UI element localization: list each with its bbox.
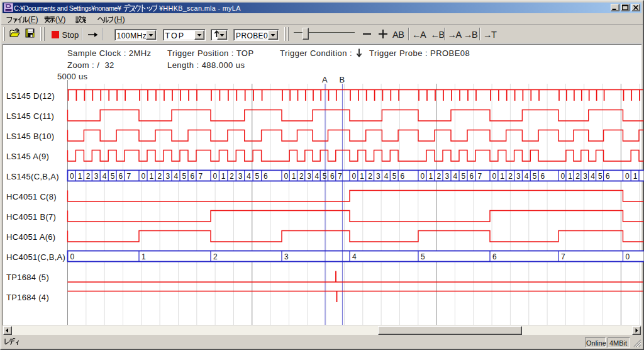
svg-text:2: 2 — [368, 172, 372, 181]
svg-text:HC4051 C(8): HC4051 C(8) — [6, 192, 57, 201]
svg-text:LS145(C,B,A): LS145(C,B,A) — [6, 172, 59, 181]
svg-text:0: 0 — [626, 252, 630, 261]
svg-text:2: 2 — [230, 172, 234, 181]
svg-text:4: 4 — [314, 172, 319, 181]
svg-text:4: 4 — [103, 172, 107, 181]
svg-text:3: 3 — [307, 172, 311, 181]
svg-text:6: 6 — [541, 172, 545, 181]
svg-text:0: 0 — [213, 172, 217, 181]
svg-text:0: 0 — [141, 172, 145, 181]
svg-text:5: 5 — [255, 172, 260, 181]
svg-text:0: 0 — [352, 172, 356, 181]
svg-text:6: 6 — [119, 172, 123, 181]
svg-text:5: 5 — [182, 172, 186, 181]
svg-text:3: 3 — [284, 252, 289, 261]
svg-text:4: 4 — [384, 172, 389, 181]
svg-text:1: 1 — [149, 172, 153, 181]
svg-text:1: 1 — [221, 172, 226, 181]
svg-text:1: 1 — [292, 172, 296, 181]
svg-text:1: 1 — [500, 172, 504, 181]
svg-text:2: 2 — [213, 252, 218, 261]
svg-text:A: A — [322, 75, 328, 84]
svg-text:B: B — [340, 75, 345, 84]
svg-text:5: 5 — [421, 252, 425, 261]
svg-text:5: 5 — [461, 172, 465, 181]
svg-text:LS145 D(12): LS145 D(12) — [6, 91, 55, 101]
svg-text:2: 2 — [157, 172, 162, 181]
svg-text:6: 6 — [264, 172, 268, 181]
svg-text:5: 5 — [598, 172, 602, 181]
svg-text:7: 7 — [338, 172, 342, 181]
svg-text:4: 4 — [453, 172, 457, 181]
svg-text:2: 2 — [508, 172, 513, 181]
svg-text:0: 0 — [284, 172, 288, 181]
svg-text:7: 7 — [198, 172, 203, 181]
svg-text:4: 4 — [352, 252, 357, 261]
svg-text:0: 0 — [420, 172, 425, 181]
svg-text:3: 3 — [238, 172, 243, 181]
svg-text:5: 5 — [533, 172, 537, 181]
svg-text:6: 6 — [492, 252, 497, 261]
svg-text:6: 6 — [330, 172, 335, 181]
svg-text:4: 4 — [247, 172, 251, 181]
svg-text:HC4051 A(6): HC4051 A(6) — [6, 232, 55, 242]
svg-text:0: 0 — [625, 172, 630, 181]
svg-text:0: 0 — [492, 172, 496, 181]
svg-text:1: 1 — [142, 252, 146, 261]
svg-text:5: 5 — [392, 172, 397, 181]
svg-text:1: 1 — [428, 172, 433, 181]
svg-text:4: 4 — [525, 172, 529, 181]
svg-text:1: 1 — [633, 172, 638, 181]
svg-text:5: 5 — [323, 172, 327, 181]
svg-text:2: 2 — [575, 172, 580, 181]
svg-text:0: 0 — [560, 172, 565, 181]
svg-text:3: 3 — [583, 172, 587, 181]
svg-text:HC4051(C,B,A): HC4051(C,B,A) — [6, 252, 65, 262]
svg-text:6: 6 — [606, 172, 610, 181]
svg-text:6: 6 — [469, 172, 474, 181]
svg-text:HC4051 B(7): HC4051 B(7) — [6, 212, 56, 222]
svg-text:0: 0 — [70, 252, 75, 261]
svg-text:2: 2 — [436, 172, 441, 181]
svg-text:6: 6 — [190, 172, 194, 181]
svg-text:3: 3 — [376, 172, 380, 181]
svg-text:4: 4 — [591, 172, 595, 181]
svg-text:1: 1 — [360, 172, 364, 181]
svg-text:4: 4 — [174, 172, 178, 181]
svg-text:3: 3 — [445, 172, 449, 181]
svg-text:5000 us: 5000 us — [57, 72, 88, 81]
svg-text:7: 7 — [561, 252, 565, 261]
svg-text:2: 2 — [299, 172, 304, 181]
svg-text:TP1684 (5): TP1684 (5) — [6, 273, 49, 282]
svg-text:0: 0 — [70, 172, 74, 181]
svg-text:LS145 B(10): LS145 B(10) — [6, 132, 54, 141]
svg-text:2: 2 — [86, 172, 91, 181]
svg-text:7: 7 — [127, 172, 131, 181]
svg-text:7: 7 — [477, 172, 482, 181]
svg-text:1: 1 — [568, 172, 572, 181]
svg-text:3: 3 — [94, 172, 99, 181]
svg-text:5: 5 — [111, 172, 115, 181]
svg-text:LS145 C(11): LS145 C(11) — [6, 111, 54, 121]
svg-text:3: 3 — [516, 172, 521, 181]
svg-text:LS145 A(9): LS145 A(9) — [6, 152, 49, 161]
svg-text:3: 3 — [165, 172, 170, 181]
svg-text:1: 1 — [78, 172, 82, 181]
svg-text:TP1684 (4): TP1684 (4) — [6, 293, 49, 302]
svg-text:6: 6 — [401, 172, 405, 181]
